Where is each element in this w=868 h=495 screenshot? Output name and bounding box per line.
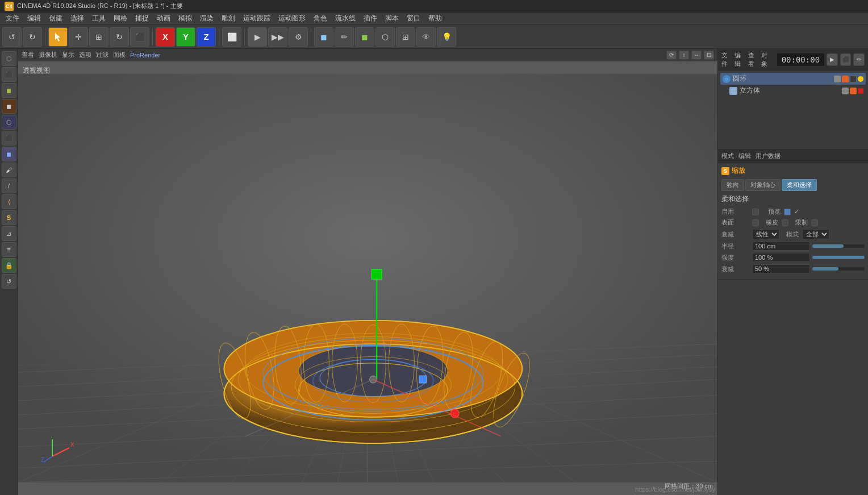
menu-track[interactable]: 运动跟踪 [240,13,274,24]
obj-item-cube[interactable]: □ 立方体 [720,85,866,97]
sidebar-btn-layers[interactable]: ≡ [2,242,16,257]
strength-slider[interactable] [812,256,865,259]
props-menu-userdata[interactable]: 用户数据 [756,152,781,160]
vp-menu-display[interactable]: 显示 [62,51,74,59]
vp-menu-options[interactable]: 选项 [79,51,91,59]
scale-tool-button[interactable]: ⊞ [89,27,108,47]
menu-mesh[interactable]: 网格 [110,13,131,24]
obj-tag-cube[interactable] [850,88,857,94]
mode-select[interactable]: 全部 [802,229,829,239]
play-button[interactable]: ▶ [827,53,838,66]
right-menu-file[interactable]: 文件 [721,51,732,68]
menu-help[interactable]: 帮助 [425,13,445,24]
rotate-tool-button[interactable]: ↻ [110,27,129,47]
menu-render[interactable]: 渲染 [197,13,217,24]
cube-icon-button[interactable]: ◼ [314,27,333,47]
stop-button[interactable]: ⬛ [840,53,852,66]
object-mode-button[interactable]: ⬜ [222,27,241,47]
obj-vis-cube[interactable] [842,88,849,94]
surface-checkbox[interactable] [752,219,759,226]
menu-create[interactable]: 创建 [45,13,66,24]
rubber-checkbox[interactable] [782,219,788,226]
right-menu-view[interactable]: 查看 [748,51,759,68]
sidebar-btn-refresh[interactable]: ↺ [2,274,16,289]
vp-ctrl-1[interactable]: ⟳ [666,51,677,60]
menu-pipe[interactable]: 流水线 [332,13,359,24]
enable-checkbox[interactable] [752,209,759,215]
sidebar-btn-hook[interactable]: ⟨ [2,194,16,209]
sidebar-btn-magnet[interactable]: ⊿ [2,226,16,241]
menu-script[interactable]: 脚本 [382,13,402,24]
sidebar-btn-line[interactable]: / [2,178,16,193]
menu-edit[interactable]: 编辑 [24,13,44,24]
vp-menu-prorender[interactable]: ProRender [130,52,160,59]
vp-ctrl-2[interactable]: ↕ [679,51,689,60]
grid-button[interactable]: ⊞ [396,27,415,47]
menu-tools[interactable]: 工具 [89,13,109,24]
vp-menu-panel[interactable]: 面板 [113,51,126,59]
axis-y-button[interactable]: Y [176,27,195,47]
limit-checkbox[interactable] [811,219,818,226]
axis-x-button[interactable]: X [156,27,175,47]
sidebar-btn-lock[interactable]: 🔒 [2,258,16,273]
vp-menu-view[interactable]: 查看 [22,51,34,59]
falloff2-slider[interactable] [812,267,865,271]
camera-button[interactable]: 👁 [416,27,436,47]
obj-star-torus[interactable] [858,76,863,82]
right-menu-obj[interactable]: 对象 [761,51,772,68]
deform-button[interactable]: ⬡ [375,27,395,47]
menu-file[interactable]: 文件 [2,13,23,24]
props-tab-independent[interactable]: 独向 [721,179,744,191]
menu-select[interactable]: 选择 [67,13,87,24]
transform-tool-button[interactable]: ⬛ [130,27,149,47]
props-tab-soft[interactable]: 柔和选择 [782,179,817,191]
menu-char[interactable]: 角色 [310,13,331,24]
render-view-button[interactable]: ▶ [248,27,267,47]
axis-z-button[interactable]: Z [197,27,216,47]
pen-tool-button[interactable]: ✏ [335,27,354,47]
menu-sim[interactable]: 模拟 [175,13,195,24]
sidebar-btn-s[interactable]: S [2,210,16,225]
sidebar-btn-paint[interactable]: 🖌 [2,163,16,177]
material-button[interactable]: ◼ [355,27,374,47]
sidebar-btn-1[interactable]: ⬡ [2,51,16,66]
obj-tag2-torus[interactable] [850,76,857,82]
checkmark: ✓ [794,208,799,215]
menu-anim[interactable]: 动画 [153,13,174,24]
right-menu-edit[interactable]: 编辑 [735,51,745,68]
viewport-3d[interactable]: 透视视图 [18,61,717,495]
props-tab-pivot[interactable]: 对象轴心 [745,179,781,191]
menu-mograph[interactable]: 运动图形 [275,13,309,24]
light-button[interactable]: 💡 [437,27,456,47]
menu-window[interactable]: 窗口 [403,13,424,24]
vp-ctrl-4[interactable]: ⊡ [704,51,714,60]
sidebar-btn-2[interactable]: ⬛ [2,67,16,82]
props-menu-mode[interactable]: 模式 [721,152,734,160]
menu-plugin[interactable]: 插件 [360,13,381,24]
sidebar-btn-3[interactable]: ◼ [2,83,16,98]
render-anim-button[interactable]: ▶▶ [268,27,287,47]
vp-ctrl-3[interactable]: ↔ [691,51,702,60]
preview-checkbox[interactable] [784,209,791,215]
sidebar-btn-5[interactable]: ⬡ [2,115,16,130]
obj-tag-torus[interactable] [842,76,849,82]
vp-menu-filter[interactable]: 过滤 [96,51,108,59]
redo-button[interactable]: ↻ [23,27,42,47]
obj-tag2-cube[interactable] [858,88,863,94]
sidebar-btn-4[interactable]: ◼ [2,99,16,114]
obj-vis-torus[interactable] [834,76,841,82]
props-menu-edit[interactable]: 编辑 [738,152,751,160]
vp-menu-camera[interactable]: 摄像机 [39,51,57,59]
move-tool-button[interactable]: ✛ [69,27,88,47]
record-button[interactable]: ✏ [853,53,865,66]
falloff-select[interactable]: 线性 [752,229,779,239]
menu-sculpt[interactable]: 雕刻 [218,13,239,24]
sidebar-btn-6[interactable]: ⬛ [2,131,16,145]
undo-button[interactable]: ↺ [2,27,22,47]
sidebar-btn-7[interactable]: ◼ [2,147,16,161]
menu-snap[interactable]: 捕捉 [132,13,152,24]
render-settings-button[interactable]: ⚙ [289,27,308,47]
obj-item-torus[interactable]: ○ 圆环 [720,73,866,85]
radius-slider[interactable] [812,244,865,248]
select-tool-button[interactable] [48,27,68,47]
